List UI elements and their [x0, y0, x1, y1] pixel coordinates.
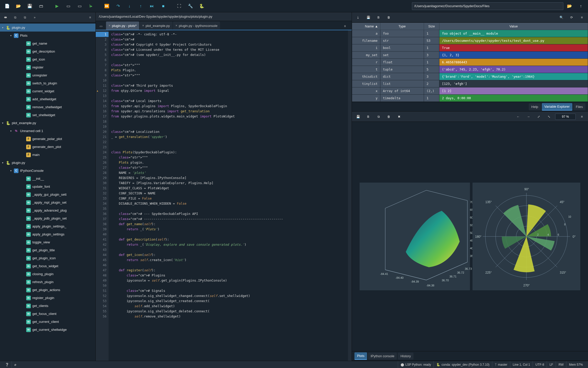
save-icon[interactable]: 💾	[25, 1, 35, 11]
tree-class[interactable]: ▾ C IPythonConsole	[0, 167, 95, 175]
save-all-icon[interactable]: 🗃	[36, 1, 46, 11]
back-icon[interactable]: 🡄	[2, 14, 9, 21]
variable-row[interactable]: my_set set 3 {1, 2, 3}	[352, 52, 588, 59]
run-icon[interactable]: ▶	[52, 1, 62, 11]
save-as-icon[interactable]: 🗎	[374, 14, 383, 21]
new-file-icon[interactable]: 📄	[2, 1, 12, 11]
open-file-icon[interactable]: 📂	[13, 1, 24, 11]
col-name[interactable]: Name ▲	[352, 23, 380, 30]
var-value[interactable]: 6.46567886443	[439, 59, 588, 66]
tree-method[interactable]: m_apply_pdb_plugin_set	[0, 214, 95, 222]
pythonpath-icon[interactable]: 🐍	[197, 1, 207, 11]
tree-method[interactable]: mget_focus_widget	[0, 262, 95, 270]
variable-row[interactable]: x Array of int64 (2,) [1 2]	[352, 87, 588, 95]
variable-row[interactable]: tinylist list 2 [123, 'efgh']	[352, 80, 588, 87]
tree-method[interactable]: mget_focus_client	[0, 310, 95, 318]
status-git[interactable]: ᛘmaster	[492, 361, 510, 368]
save-plot-icon[interactable]: 💾	[354, 113, 362, 120]
step-out-icon[interactable]: ↑	[136, 1, 146, 11]
refresh-icon[interactable]: ⟳	[567, 14, 576, 21]
hamburger-icon[interactable]: ≡	[86, 14, 94, 21]
tree-method[interactable]: mget_plugin_icon	[0, 254, 95, 262]
status-lsp[interactable]: ⬤LSP Python: ready	[398, 361, 433, 368]
delete-plot-icon[interactable]: 🗑	[385, 113, 393, 120]
tree-method[interactable]: mset_shellwidget	[0, 111, 95, 119]
tree-method[interactable]: mget_description	[0, 47, 95, 55]
variable-row[interactable]: i bool 1 True	[352, 44, 588, 52]
var-value[interactable]: True	[439, 44, 588, 52]
tree-method[interactable]: mget_name	[0, 39, 95, 47]
tree-method[interactable]: m_apply_gui_plugin_sett	[0, 191, 95, 198]
close-icon[interactable]: ×	[109, 24, 110, 27]
import-data-icon[interactable]: ⭳	[354, 14, 362, 21]
col-size[interactable]: Size	[424, 23, 439, 30]
tree-method[interactable]: madd_shellwidget	[0, 95, 95, 103]
tree-cell[interactable]: ▾ % Unnamed cell 1	[0, 127, 95, 135]
continue-icon[interactable]: ⏭	[147, 1, 157, 11]
variable-row[interactable]: y timedelta 1 2 days, 0:00:00	[352, 95, 588, 102]
pane-tab[interactable]: Files	[573, 103, 585, 110]
tree-method[interactable]: mremove_shellwidget	[0, 103, 95, 111]
tree-method[interactable]: Fmain	[0, 151, 95, 159]
variable-table[interactable]: Name ▲ Type Size Value a foo 1 foo objec…	[352, 23, 588, 102]
stop-debug-icon[interactable]: ■	[158, 1, 168, 11]
tree-method[interactable]: mget_plugin_actions	[0, 286, 95, 294]
var-value[interactable]: /Users/Documents/spyder/spyder/tests/tes…	[439, 37, 588, 44]
tree-method[interactable]: mget_current_client	[0, 318, 95, 326]
col-value[interactable]: Value	[439, 23, 588, 30]
prev-plot-icon[interactable]: ←	[514, 113, 522, 120]
search-icon[interactable]: 🔍	[557, 14, 565, 21]
tree-method[interactable]: mclosing_plugin	[0, 270, 95, 278]
editor-tab[interactable]: ×plugin.py - ipythonconsole	[173, 22, 220, 30]
tree-method[interactable]: m_apply_advanced_plug	[0, 206, 95, 214]
tree-method[interactable]: mapply_plugin_settings	[0, 230, 95, 238]
step-over-icon[interactable]: ↷	[113, 1, 123, 11]
status-conda[interactable]: 🐍conda: spyder_dev (Python 3.7.10)	[433, 361, 492, 368]
working-dir-combo[interactable]: /Users/juanitagomez/Documents/SpyderDocs…	[412, 2, 563, 10]
tree-method[interactable]: mtoggle_view	[0, 238, 95, 246]
save-all-plots-icon[interactable]: 🗎	[364, 113, 372, 120]
tree-file[interactable]: ▾ 🐍 plugin.py	[0, 24, 95, 32]
var-value[interactable]: ('abcd', 745, 2.23, 'efgh', 70.2)	[439, 66, 588, 73]
tree-method[interactable]: munregister	[0, 71, 95, 79]
zoom-level[interactable]: 97 %	[555, 114, 576, 120]
var-value[interactable]: {1, 2, 3}	[439, 52, 588, 59]
tree-method[interactable]: Fgenerate_dem_plot	[0, 143, 95, 151]
parent-dir-icon[interactable]: ↑	[576, 1, 586, 11]
debug-icon[interactable]: ⏩	[102, 1, 112, 11]
pane-tab[interactable]: Variable Explorer	[542, 103, 572, 111]
copy-plot-icon[interactable]: ⧉	[374, 113, 383, 120]
delete-all-icon[interactable]: 🗑	[385, 14, 393, 21]
tree-method[interactable]: mget_plugin_title	[0, 246, 95, 254]
pane-tab[interactable]: IPython console	[368, 353, 397, 360]
tree-method[interactable]: mapply_plugin_settings_	[0, 222, 95, 230]
var-value[interactable]: 2 days, 0:00:00	[439, 95, 588, 102]
zoom-in-icon[interactable]: ⤢	[535, 113, 543, 120]
run-selection-icon[interactable]: I▸	[86, 1, 96, 11]
next-plot-icon[interactable]: →	[524, 113, 533, 120]
variable-row[interactable]: r float 1 6.46567886443	[352, 59, 588, 66]
step-in-icon[interactable]: ↓	[124, 1, 134, 11]
hamburger-icon[interactable]: ≡	[341, 23, 349, 30]
var-value[interactable]: [1 2]	[439, 87, 588, 95]
variable-row[interactable]: a foo 1 foo object of __main__ module	[352, 30, 588, 37]
hamburger-icon[interactable]: ≡	[578, 14, 586, 21]
tree-method[interactable]: mget_icon	[0, 55, 95, 63]
var-value[interactable]: foo object of __main__ module	[439, 30, 588, 37]
pane-tab[interactable]: Plots	[354, 352, 367, 360]
tree-file[interactable]: ▾ 🐍 plot_example.py	[0, 119, 95, 127]
tree-method[interactable]: m_apply_mpl_plugin_set	[0, 198, 95, 206]
col-type[interactable]: Type	[380, 23, 424, 30]
overflow-icon[interactable]: »	[31, 14, 38, 21]
delete-all-plots-icon[interactable]: ✖	[395, 113, 403, 120]
tree-method[interactable]: Fgenerate_polar_plot	[0, 135, 95, 143]
tree-method[interactable]: mswitch_to_plugin	[0, 79, 95, 87]
maximize-pane-icon[interactable]: ⛶	[174, 1, 184, 11]
tree-method[interactable]: mregister_plugin	[0, 294, 95, 302]
pane-tab[interactable]: History	[398, 353, 413, 360]
copy-icon-2[interactable]: ⧉	[21, 14, 29, 21]
hamburger-icon[interactable]: ≡	[578, 113, 586, 120]
browse-dir-icon[interactable]: 📂	[564, 1, 575, 11]
tree-class[interactable]: ▾ C Plots	[0, 32, 95, 39]
tree-method[interactable]: mcurrent_widget	[0, 87, 95, 95]
